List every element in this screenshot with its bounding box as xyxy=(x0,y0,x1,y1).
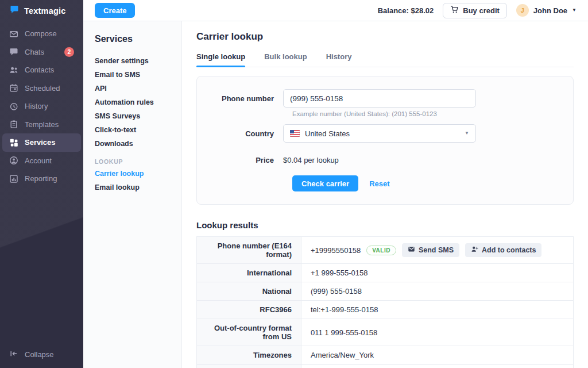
result-label: National xyxy=(197,282,301,300)
subnav-title: Services xyxy=(95,34,170,44)
phone-number-input[interactable] xyxy=(283,89,476,108)
reset-link[interactable]: Reset xyxy=(369,179,389,188)
sidebar-item-label: History xyxy=(25,102,48,110)
services-subnav: Services Sender settings Email to SMS AP… xyxy=(83,21,182,368)
result-value: (999) 555-0158 xyxy=(311,287,362,296)
sidebar-item-label: Scheduled xyxy=(25,84,60,93)
price-value: $0.04 per lookup xyxy=(283,156,339,164)
result-label: RFC3966 xyxy=(197,301,301,319)
compose-icon xyxy=(9,29,18,39)
result-label: Out-of-country format from US xyxy=(197,319,301,346)
tab-bulk-lookup[interactable]: Bulk lookup xyxy=(264,52,307,67)
tab-single-lookup[interactable]: Single lookup xyxy=(196,52,245,67)
sidebar-item-templates[interactable]: Templates xyxy=(2,116,81,134)
price-row: Price $0.04 per lookup xyxy=(197,156,573,164)
buy-credit-button[interactable]: Buy credit xyxy=(443,3,507,18)
chevron-down-icon: ▼ xyxy=(465,131,469,136)
e164-value: +19995550158 xyxy=(311,246,361,255)
result-label: Country xyxy=(197,365,301,368)
result-value: tel:+1-999-555-0158 xyxy=(311,305,378,314)
calendar-icon xyxy=(9,83,18,93)
tab-bar: Single lookup Bulk lookup History xyxy=(196,52,574,67)
history-clock-icon xyxy=(9,102,18,111)
main-sidebar: Textmagic Compose Chats 2 Contacts xyxy=(0,0,83,368)
collapse-sidebar-button[interactable]: Collapse xyxy=(0,349,83,368)
results-title: Lookup results xyxy=(196,220,574,230)
phone-number-row: Phone number xyxy=(197,89,573,108)
page-title: Carrier lookup xyxy=(196,31,574,43)
right-column: Create Balance: $28.02 Buy credit J John… xyxy=(83,0,588,368)
chats-unread-badge: 2 xyxy=(64,47,74,57)
table-row: National (999) 555-0158 xyxy=(197,282,573,301)
subnav-item-automation-rules[interactable]: Automation rules xyxy=(95,95,170,109)
create-button[interactable]: Create xyxy=(95,3,135,18)
sidebar-item-contacts[interactable]: Contacts xyxy=(2,61,81,79)
price-label: Price xyxy=(197,156,283,164)
country-select[interactable]: United States ▼ xyxy=(283,124,476,143)
table-row: Timezones America/New_York xyxy=(197,346,573,365)
sidebar-item-account[interactable]: Account xyxy=(2,152,81,170)
sidebar-item-label: Templates xyxy=(25,120,59,129)
brand-logo[interactable]: Textmagic xyxy=(0,0,83,21)
sidebar-item-label: Reporting xyxy=(25,174,57,183)
results-table: Phone number (E164 format) +19995550158 … xyxy=(196,236,574,368)
sidebar-item-services[interactable]: Services xyxy=(2,133,81,152)
sidebar-item-chats[interactable]: Chats 2 xyxy=(2,43,81,62)
subnav-item-carrier-lookup[interactable]: Carrier lookup xyxy=(95,167,170,181)
sidebar-item-compose[interactable]: Compose xyxy=(2,25,81,43)
sidebar-item-reporting[interactable]: Reporting xyxy=(2,170,81,188)
user-menu[interactable]: J John Doe ▼ xyxy=(516,4,577,17)
subnav-item-api[interactable]: API xyxy=(95,82,170,95)
topbar-right: Balance: $28.02 Buy credit J John Doe ▼ xyxy=(378,3,577,18)
topbar: Create Balance: $28.02 Buy credit J John… xyxy=(83,0,588,21)
subnav-item-sender-settings[interactable]: Sender settings xyxy=(95,54,170,68)
add-to-contacts-label: Add to contacts xyxy=(482,246,536,254)
subnav-item-click-to-text[interactable]: Click-to-text xyxy=(95,123,170,137)
table-row: Country United States xyxy=(197,365,573,368)
sidebar-item-label: Account xyxy=(25,156,52,165)
result-label: Phone number (E164 format) xyxy=(197,237,301,263)
valid-status-badge: VALID xyxy=(366,246,396,255)
reporting-chart-icon xyxy=(9,174,18,183)
sidebar-item-history[interactable]: History xyxy=(2,97,81,116)
phone-example-hint: Example number (United States): (201) 55… xyxy=(292,110,573,117)
avatar: J xyxy=(516,4,529,17)
country-label: Country xyxy=(197,129,283,138)
subnav-item-email-to-sms[interactable]: Email to SMS xyxy=(95,68,170,82)
result-label: Timezones xyxy=(197,346,301,364)
subnav-item-email-lookup[interactable]: Email lookup xyxy=(95,181,170,194)
result-value: America/New_York xyxy=(311,351,374,359)
country-selected-value: United States xyxy=(305,129,350,138)
chevron-down-icon: ▼ xyxy=(572,8,577,13)
table-row: Phone number (E164 format) +19995550158 … xyxy=(197,237,573,264)
person-plus-icon xyxy=(471,246,478,255)
add-to-contacts-button[interactable]: Add to contacts xyxy=(465,243,541,257)
buy-credit-label: Buy credit xyxy=(463,6,500,15)
result-value: 011 1 999-555-0158 xyxy=(311,328,377,337)
user-name: John Doe xyxy=(533,6,567,15)
sidebar-item-label: Contacts xyxy=(25,66,54,74)
chat-icon xyxy=(9,47,18,56)
sidebar-item-label: Services xyxy=(25,138,56,147)
us-flag-icon xyxy=(290,130,300,137)
sidebar-item-label: Compose xyxy=(25,29,57,38)
tab-history[interactable]: History xyxy=(326,52,352,67)
phone-number-label: Phone number xyxy=(197,94,283,103)
check-carrier-button[interactable]: Check carrier xyxy=(292,175,358,191)
textmagic-logo-icon xyxy=(9,5,20,17)
subnav-item-downloads[interactable]: Downloads xyxy=(95,137,170,151)
form-actions: Check carrier Reset xyxy=(292,175,573,191)
account-icon xyxy=(9,156,18,165)
app-window: Textmagic Compose Chats 2 Contacts xyxy=(0,0,588,368)
clipboard-icon xyxy=(9,120,18,129)
result-value: +1 999-555-0158 xyxy=(311,269,368,277)
collapse-arrow-icon xyxy=(9,349,18,360)
result-label: International xyxy=(197,264,301,282)
table-row: RFC3966 tel:+1-999-555-0158 xyxy=(197,301,573,319)
subnav-item-sms-surveys[interactable]: SMS Surveys xyxy=(95,109,170,123)
sidebar-item-scheduled[interactable]: Scheduled xyxy=(2,79,81,98)
balance-text: Balance: $28.02 xyxy=(378,6,434,15)
table-row: International +1 999-555-0158 xyxy=(197,264,573,282)
send-sms-button[interactable]: Send SMS xyxy=(402,243,459,257)
subnav-section-lookup: LOOKUP xyxy=(95,158,170,165)
